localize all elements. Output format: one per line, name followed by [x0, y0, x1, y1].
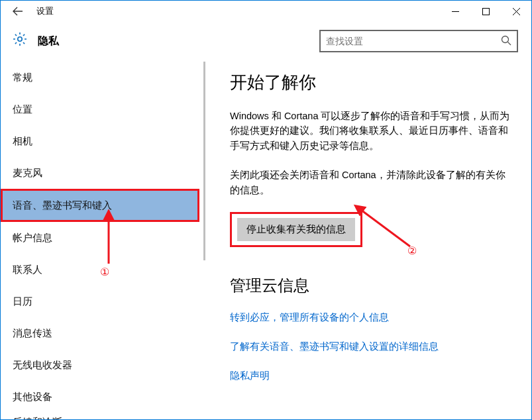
link-bing-manage[interactable]: 转到必应，管理所有设备的个人信息 — [230, 311, 513, 325]
sidebar-item[interactable]: 其他设备 — [1, 381, 199, 413]
sidebar-item[interactable]: 帐户信息 — [1, 222, 199, 254]
sidebar-item-label: 联系人 — [13, 264, 42, 276]
sidebar-item-label: 无线电收发器 — [13, 359, 72, 372]
gear-icon — [10, 31, 30, 51]
sidebar-item[interactable]: 相机 — [1, 125, 199, 157]
annotation-highlight-2: 停止收集有关我的信息 — [230, 212, 362, 247]
scrollbar-thumb[interactable] — [203, 62, 205, 260]
sidebar-item-label: 日历 — [13, 295, 32, 308]
sidebar-item[interactable]: 无线电收发器 — [1, 349, 199, 381]
link-privacy-statement[interactable]: 隐私声明 — [230, 369, 513, 384]
svg-rect-1 — [482, 8, 489, 15]
main-area: 常规位置相机麦克风语音、墨迹书写和键入帐户信息联系人日历消息传送无线电收发器其他… — [1, 62, 531, 419]
stop-collecting-button[interactable]: 停止收集有关我的信息 — [237, 218, 355, 241]
link-learn-more[interactable]: 了解有关语音、墨迹书写和键入设置的详细信息 — [230, 340, 513, 354]
header: 隐私 — [1, 25, 531, 58]
sidebar-item[interactable]: 语音、墨迹书写和键入 — [1, 189, 199, 222]
svg-point-3 — [502, 36, 509, 42]
search-icon — [501, 35, 511, 48]
sidebar-item-label: 常规 — [13, 72, 32, 84]
window-controls — [440, 1, 531, 22]
sidebar-item-label: 帐户信息 — [13, 232, 52, 244]
sidebar-item[interactable]: 位置 — [1, 93, 199, 125]
sidebar-item-label: 反馈和诊断 — [13, 416, 62, 420]
svg-point-2 — [18, 37, 22, 41]
back-button[interactable] — [7, 1, 28, 22]
category-title: 隐私 — [38, 34, 59, 48]
sidebar-item-label: 消息传送 — [13, 327, 52, 340]
content-heading: 开始了解你 — [230, 71, 513, 94]
sidebar: 常规位置相机麦克风语音、墨迹书写和键入帐户信息联系人日历消息传送无线电收发器其他… — [1, 62, 206, 419]
sidebar-scrollbar[interactable] — [202, 62, 206, 419]
sidebar-item[interactable]: 反馈和诊断 — [1, 413, 199, 419]
app-title: 设置 — [36, 5, 54, 17]
minimize-button[interactable] — [440, 1, 470, 22]
sidebar-item[interactable]: 日历 — [1, 286, 199, 317]
sidebar-item[interactable]: 麦克风 — [1, 157, 199, 189]
sidebar-item-label: 其他设备 — [13, 391, 52, 403]
content-paragraph: 关闭此项还会关闭语音和 Cortana，并清除此设备了解的有关你的信息。 — [230, 168, 513, 197]
svg-line-4 — [508, 42, 511, 45]
titlebar: 设置 — [1, 1, 531, 22]
sidebar-item-label: 相机 — [13, 135, 32, 148]
sidebar-item-label: 位置 — [13, 103, 32, 116]
search-input[interactable] — [326, 36, 501, 46]
sidebar-item[interactable]: 联系人 — [1, 254, 199, 286]
sidebar-item-label: 麦克风 — [13, 167, 42, 180]
content-paragraph: Windows 和 Cortana 可以逐步了解你的语音和手写习惯，从而为你提供… — [230, 109, 513, 153]
maximize-button[interactable] — [470, 1, 501, 22]
sidebar-item[interactable]: 常规 — [1, 62, 199, 93]
sidebar-item[interactable]: 消息传送 — [1, 317, 199, 349]
close-button[interactable] — [501, 1, 531, 22]
content-subheading: 管理云信息 — [230, 275, 513, 296]
search-box[interactable] — [319, 30, 518, 52]
sidebar-item-label: 语音、墨迹书写和键入 — [13, 199, 112, 212]
content-pane: 开始了解你 Windows 和 Cortana 可以逐步了解你的语音和手写习惯，… — [206, 62, 531, 419]
